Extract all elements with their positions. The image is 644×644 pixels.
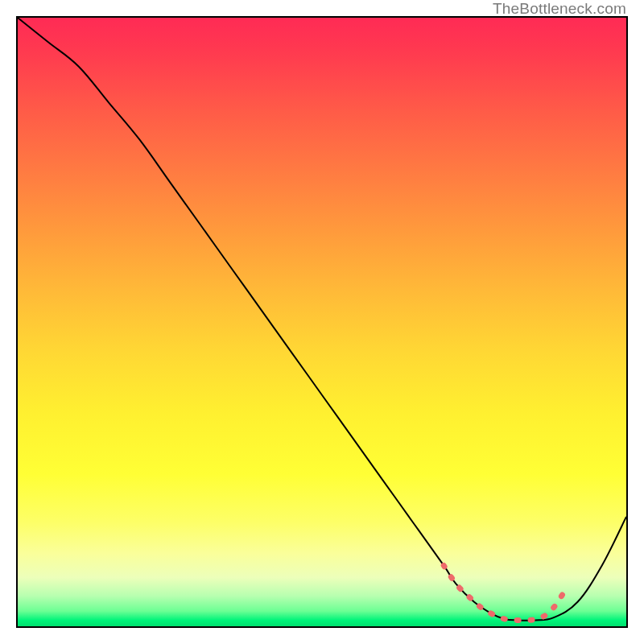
watermark-text: TheBottleneck.com <box>493 0 626 18</box>
main-curve <box>18 18 626 621</box>
chart-container: TheBottleneck.com <box>0 0 644 644</box>
chart-svg <box>18 18 626 626</box>
plot-area <box>16 16 628 628</box>
dotted-segment <box>444 565 565 620</box>
